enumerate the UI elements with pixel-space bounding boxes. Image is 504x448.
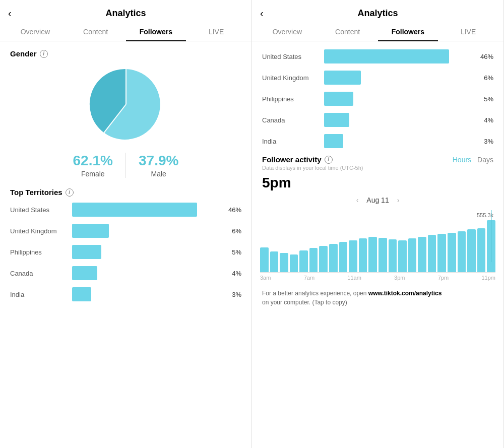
chart-bar[interactable] (437, 234, 446, 272)
tab-live-right[interactable]: LIVE (438, 23, 498, 41)
chart-bar[interactable] (408, 238, 417, 272)
territory-bar (72, 224, 109, 238)
territory-bar-container (72, 287, 219, 301)
gender-pie-chart (86, 64, 166, 145)
territory-row: Canada 4% (10, 266, 241, 280)
tab-content-right[interactable]: Content (318, 23, 378, 41)
territory-name: Canada (262, 116, 320, 124)
territory-name: United Kingdom (262, 74, 320, 82)
right-content: United States 46% United Kingdom 6% Phil… (252, 41, 503, 315)
right-back-button[interactable]: ‹ (260, 8, 264, 19)
territory-bar-container (72, 245, 219, 259)
chart-bar[interactable] (359, 238, 367, 272)
territory-name: United States (10, 206, 68, 214)
territory-list-right: United States 46% United Kingdom 6% Phil… (262, 49, 493, 148)
territory-name: India (10, 291, 68, 298)
territory-row: United States 46% (10, 203, 241, 217)
date-navigation: ‹ Aug 11 › (262, 196, 493, 204)
toggle-hours[interactable]: Hours (453, 156, 471, 164)
chart-bar[interactable] (477, 228, 486, 272)
left-tabs: Overview Content Followers LIVE (0, 23, 251, 41)
date-next-arrow[interactable]: › (397, 196, 400, 204)
follower-activity-header: Follower activity i Hours Days (262, 155, 493, 164)
female-percentage: 62.1% (60, 153, 126, 169)
tab-content-left[interactable]: Content (66, 23, 126, 41)
territory-row: Canada 4% (262, 113, 493, 127)
territory-bar (72, 203, 197, 217)
bar-chart (260, 212, 495, 273)
tab-followers-right[interactable]: Followers (378, 23, 438, 41)
territory-pct: 3% (475, 138, 493, 145)
female-stat: 62.1% Female (60, 153, 126, 178)
territory-bar-container (324, 92, 471, 106)
territory-bar (324, 92, 353, 106)
chart-bar[interactable] (280, 253, 288, 272)
chart-bar[interactable] (290, 254, 298, 272)
chart-bar[interactable] (428, 235, 436, 272)
territories-section-title: Top Territories i (10, 188, 241, 197)
male-label: Male (126, 170, 192, 178)
territory-row: United Kingdom 6% (262, 71, 493, 85)
current-time: 5pm (262, 175, 493, 191)
territory-pct: 3% (223, 291, 241, 298)
tab-overview-right[interactable]: Overview (257, 23, 318, 41)
tab-overview-left[interactable]: Overview (5, 23, 66, 41)
left-title: Analytics (105, 8, 146, 19)
activity-info-icon[interactable]: i (325, 156, 333, 164)
territory-bar (324, 113, 349, 127)
chart-bar[interactable] (349, 240, 357, 272)
male-stat: 37.9% Male (126, 153, 192, 178)
male-percentage: 37.9% (126, 153, 192, 169)
chart-bar[interactable] (339, 242, 348, 272)
chart-bar[interactable] (299, 250, 308, 272)
territory-pct: 6% (475, 74, 493, 82)
chart-bar[interactable] (368, 237, 377, 272)
territories-info-icon[interactable]: i (66, 188, 74, 197)
territory-pct: 4% (223, 270, 241, 277)
territory-row: United Kingdom 6% (10, 224, 241, 238)
left-panel: ‹ Analytics Overview Content Followers L… (0, 0, 252, 448)
chart-bar[interactable] (270, 251, 279, 272)
gender-info-icon[interactable]: i (40, 50, 48, 58)
territory-bar-container (72, 203, 219, 217)
date-prev-arrow[interactable]: ‹ (356, 196, 359, 204)
female-label: Female (60, 170, 126, 178)
territory-pct: 4% (475, 116, 493, 124)
territory-bar-container (324, 113, 471, 127)
territory-pct: 46% (475, 53, 493, 60)
chart-bar[interactable] (260, 247, 269, 272)
tab-followers-left[interactable]: Followers (126, 23, 186, 41)
time-labels: 3am 7am 11am 3pm 7pm 11pm (260, 273, 495, 283)
right-tabs: Overview Content Followers LIVE (252, 23, 503, 41)
tab-live-left[interactable]: LIVE (186, 23, 246, 41)
chart-bar[interactable] (398, 240, 407, 272)
chart-bar[interactable] (329, 244, 338, 272)
activity-subtitle: Data displays in your local time (UTC-5h… (262, 165, 493, 171)
territory-bar (324, 49, 449, 63)
chart-bar[interactable] (309, 248, 318, 272)
toggle-days[interactable]: Days (477, 156, 493, 164)
chart-bar[interactable] (418, 237, 426, 272)
territory-name: Philippines (10, 248, 68, 256)
chart-bar[interactable] (319, 246, 328, 272)
chart-bar[interactable] (487, 220, 495, 272)
gender-stats: 62.1% Female 37.9% Male (60, 153, 192, 178)
territory-name: Philippines (262, 95, 320, 103)
territory-bar (72, 287, 91, 301)
chart-bar[interactable] (389, 239, 397, 272)
territory-bar-container (324, 134, 471, 148)
footer-note: For a better analytics experience, open … (262, 289, 493, 307)
left-back-button[interactable]: ‹ (8, 8, 12, 19)
footer-link[interactable]: www.tiktok.com/analytics (368, 290, 442, 297)
territory-bar (72, 266, 97, 280)
follower-activity-title: Follower activity i (262, 155, 333, 164)
chart-bar[interactable] (448, 233, 456, 272)
territory-name: Canada (10, 270, 68, 277)
territory-name: United Kingdom (10, 227, 68, 235)
left-header: ‹ Analytics (0, 0, 251, 23)
territory-list-left: United States 46% United Kingdom 6% Phil… (10, 203, 241, 301)
chart-bar[interactable] (458, 231, 466, 272)
chart-bar[interactable] (467, 229, 476, 272)
chart-bar[interactable] (379, 238, 387, 272)
activity-toggle: Hours Days (453, 156, 493, 164)
